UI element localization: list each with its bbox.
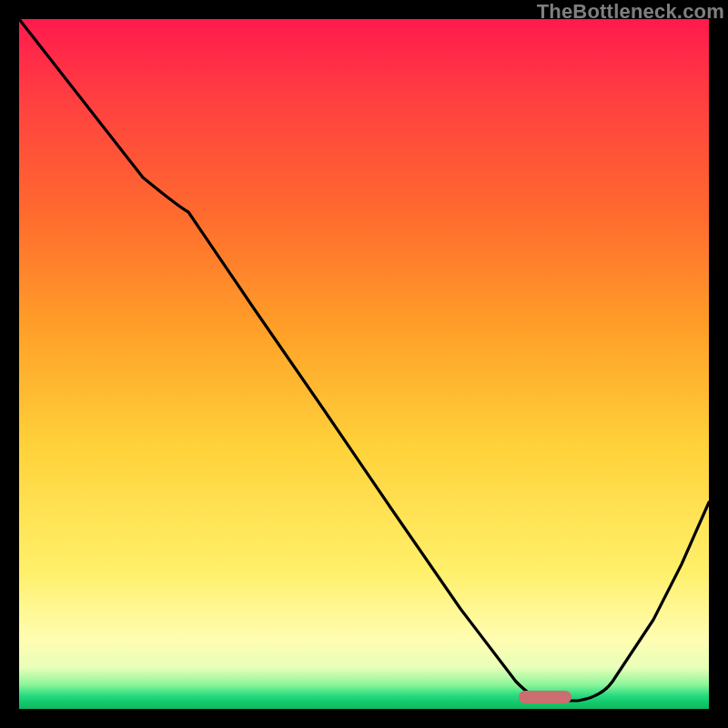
bottleneck-curve (19, 19, 709, 709)
curve-path (19, 19, 709, 701)
optimum-marker (519, 691, 571, 703)
chart-frame (19, 19, 709, 709)
watermark-text: TheBottleneck.com (537, 0, 724, 24)
